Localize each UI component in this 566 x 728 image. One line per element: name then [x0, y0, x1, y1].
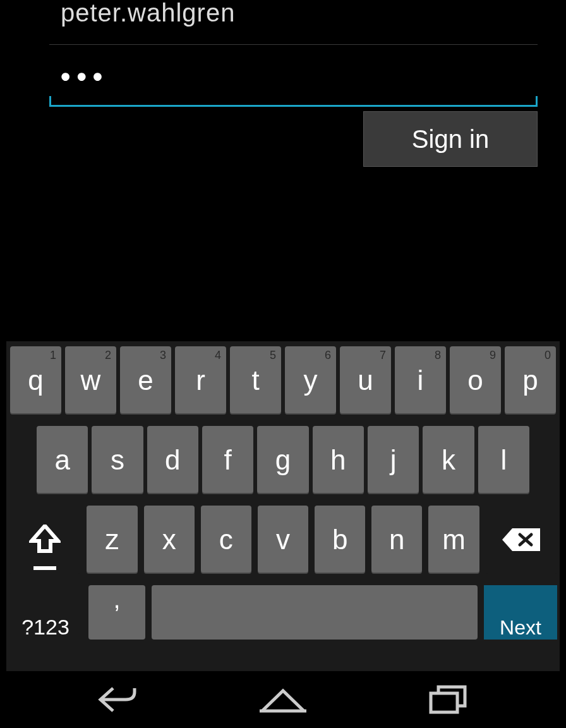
password-value: •••	[49, 61, 538, 96]
signin-button[interactable]: Sign in	[363, 111, 538, 167]
shift-key[interactable]	[9, 506, 80, 574]
password-field[interactable]: •••	[49, 61, 538, 107]
username-field[interactable]: peter.wahlgren	[49, 0, 538, 45]
key-y[interactable]: 6y	[285, 346, 336, 415]
svg-rect-1	[431, 693, 457, 712]
backspace-key[interactable]	[486, 506, 557, 574]
key-x[interactable]: x	[144, 506, 195, 574]
symbols-key[interactable]: ?123	[9, 585, 82, 640]
next-key[interactable]: Next	[484, 585, 557, 640]
key-d[interactable]: d	[147, 426, 198, 494]
key-row-4: ?123 , Next	[6, 585, 560, 640]
key-m[interactable]: m	[428, 506, 479, 574]
key-p[interactable]: 0p	[505, 346, 556, 415]
shift-underline-icon	[33, 566, 56, 570]
key-s[interactable]: s	[92, 426, 143, 494]
key-row-3: z x c v b n m	[6, 506, 560, 574]
next-label: Next	[500, 616, 541, 640]
key-r[interactable]: 4r	[175, 346, 226, 415]
shift-icon	[29, 525, 61, 555]
key-c[interactable]: c	[201, 506, 251, 574]
key-row-1: 1q 2w 3e 4r 5t 6y 7u 8i 9o 0p	[6, 346, 560, 415]
key-u[interactable]: 7u	[340, 346, 391, 415]
key-a[interactable]: a	[37, 426, 88, 494]
key-j[interactable]: j	[368, 426, 419, 494]
home-icon	[258, 686, 308, 713]
key-row-2: a s d f g h j k l	[6, 426, 560, 494]
key-g[interactable]: g	[257, 426, 308, 494]
key-h[interactable]: h	[313, 426, 364, 494]
backspace-icon	[501, 527, 541, 552]
key-b[interactable]: b	[315, 506, 365, 574]
key-l[interactable]: l	[478, 426, 529, 494]
back-button[interactable]	[71, 677, 166, 722]
username-value: peter.wahlgren	[49, 0, 538, 30]
key-f[interactable]: f	[202, 426, 253, 494]
key-w[interactable]: 2w	[65, 346, 116, 415]
soft-keyboard: 1q 2w 3e 4r 5t 6y 7u 8i 9o 0p a s d f g …	[6, 341, 560, 671]
key-n[interactable]: n	[371, 506, 422, 574]
key-v[interactable]: v	[258, 506, 308, 574]
recent-apps-icon	[428, 684, 469, 715]
key-q[interactable]: 1q	[10, 346, 61, 415]
key-o[interactable]: 9o	[450, 346, 501, 415]
space-key[interactable]	[152, 585, 478, 640]
key-z[interactable]: z	[87, 506, 137, 574]
key-e[interactable]: 3e	[120, 346, 171, 415]
key-i[interactable]: 8i	[395, 346, 446, 415]
signin-label: Sign in	[412, 125, 489, 154]
symbols-label: ?123	[21, 615, 69, 640]
nav-bar	[0, 671, 566, 728]
comma-key[interactable]: ,	[88, 585, 145, 640]
key-k[interactable]: k	[423, 426, 474, 494]
back-icon	[95, 683, 141, 716]
key-t[interactable]: 5t	[230, 346, 281, 415]
recent-apps-button[interactable]	[401, 677, 496, 722]
home-button[interactable]	[236, 677, 330, 722]
